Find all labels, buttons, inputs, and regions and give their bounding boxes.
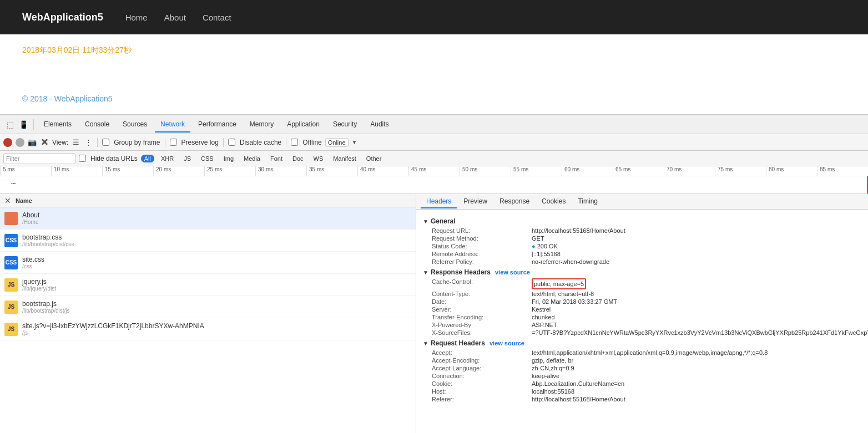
resp-key-5: X-Powered-By: (432, 322, 532, 328)
navbar-link-contact[interactable]: Contact (203, 13, 231, 22)
grid-view-icon[interactable]: ⋮ (84, 138, 93, 147)
page-footer: © 2018 - WebApplication5 (22, 94, 846, 103)
file-list-item-2[interactable]: CSS site.css /css (0, 252, 416, 274)
filter-bar: Hide data URLs All XHR JS CSS Img Media … (0, 151, 868, 166)
response-headers-section[interactable]: ▼ Response Headers view source (423, 268, 861, 276)
navbar-link-about[interactable]: About (164, 13, 186, 22)
camera-icon[interactable]: 📷 (28, 138, 37, 147)
stop-button[interactable] (16, 138, 24, 147)
file-name-4: bootstrap.js (22, 300, 70, 308)
resp-val-3: Kestrel (532, 306, 861, 313)
general-row-0: Request URL: http://localhost:55168/Home… (423, 227, 861, 234)
filter-doc[interactable]: Doc (289, 155, 307, 162)
file-path-2: /css (22, 263, 44, 269)
tl-25ms: 25 ms (204, 166, 255, 176)
list-view-icon[interactable]: ☰ (72, 138, 80, 147)
req-key-6: Referer: (432, 396, 532, 403)
close-panel-button[interactable]: ✕ (4, 196, 11, 205)
devtools-tab-bar: ⬚ 📱 Elements Console Sources Network Per… (0, 115, 868, 134)
devtools-panel: ⬚ 📱 Elements Console Sources Network Per… (0, 114, 868, 433)
file-list-item-1[interactable]: CSS bootstrap.css /lib/bootstrap/dist/cs… (0, 230, 416, 252)
req-row-6: Referer: http://localhost:55168/Home/Abo… (423, 396, 861, 403)
navbar-link-home[interactable]: Home (125, 13, 148, 22)
filter-icon[interactable]: 🗙 (40, 138, 49, 147)
request-headers-section[interactable]: ▼ Request Headers view source (423, 339, 861, 347)
tl-85ms: 85 ms (817, 166, 868, 176)
req-val-2: zh-CN,zh;q=0.9 (532, 365, 861, 371)
preserve-log-checkbox[interactable] (170, 139, 177, 146)
details-tab-headers[interactable]: Headers (421, 195, 457, 208)
file-icon-5: JS (4, 323, 18, 336)
filter-input[interactable] (3, 153, 75, 164)
tab-audits[interactable]: Audits (365, 117, 394, 133)
file-list-item-0[interactable]: About /Home (0, 207, 416, 230)
resp-key-2: Date: (432, 298, 532, 305)
tab-sources[interactable]: Sources (117, 117, 153, 133)
filter-xhr[interactable]: XHR (158, 155, 177, 162)
file-list-item-4[interactable]: JS bootstrap.js /lib/bootstrap/dist/js (0, 296, 416, 318)
general-section-header[interactable]: ▼ General (423, 217, 861, 225)
resp-val-6: =?UTF-8?B?YzpcdXN1cnNcYWRtaW5pc3RyYXRvc1… (532, 329, 868, 336)
record-button[interactable] (3, 138, 12, 147)
req-row-0: Accept: text/html,application/xhtml+xml,… (423, 349, 861, 356)
throttle-dropdown[interactable]: ▼ (352, 139, 357, 145)
file-info-0: About /Home (22, 211, 39, 225)
file-info-4: bootstrap.js /lib/bootstrap/dist/js (22, 300, 70, 314)
response-view-source[interactable]: view source (495, 269, 530, 276)
phone-icon[interactable]: 📱 (18, 119, 29, 130)
filter-font[interactable]: Font (267, 155, 286, 162)
resp-row-6: X-SourceFiles: =?UTF-8?B?YzpcdXN1cnNcYWR… (423, 329, 861, 336)
details-tab-preview[interactable]: Preview (458, 195, 493, 208)
tl-35ms: 35 ms (306, 166, 357, 176)
online-badge[interactable]: Online (325, 138, 349, 147)
filter-media[interactable]: Media (240, 155, 264, 162)
file-info-1: bootstrap.css /lib/bootstrap/dist/css (22, 233, 74, 247)
resp-key-1: Content-Type: (432, 291, 532, 297)
filter-js[interactable]: JS (180, 155, 194, 162)
page-content: 2018年03月02日 11时33分27秒 © 2018 - WebApplic… (0, 34, 868, 114)
disable-cache-checkbox[interactable] (228, 139, 235, 146)
filter-css[interactable]: CSS (198, 155, 217, 162)
footer-link[interactable]: © 2018 - WebApplication5 (22, 94, 113, 103)
request-view-source[interactable]: view source (489, 340, 524, 347)
filter-manifest[interactable]: Manifest (330, 155, 360, 162)
group-by-frame-label: Group by frame (114, 139, 160, 146)
tl-75ms: 75 ms (715, 166, 766, 176)
cursor-icon[interactable]: ⬚ (4, 119, 16, 130)
hide-data-urls-checkbox[interactable] (79, 155, 86, 162)
file-name-3: jquery.js (22, 278, 56, 286)
timeline-content: ••• (0, 176, 868, 193)
file-list-item-3[interactable]: JS jquery.js /lib/jquery/dist (0, 274, 416, 296)
filter-other[interactable]: Other (363, 155, 385, 162)
tab-elements[interactable]: Elements (38, 117, 77, 133)
req-val-4: Abp.Localization.CultureName=en (532, 380, 861, 387)
tab-application[interactable]: Application (281, 117, 325, 133)
file-list-panel: ✕ Name About /Home CSS bootstrap.css /li… (0, 194, 416, 433)
tab-memory[interactable]: Memory (244, 117, 279, 133)
filter-ws[interactable]: WS (310, 155, 327, 162)
tab-security[interactable]: Security (327, 117, 362, 133)
req-row-3: Connection: keep-alive (423, 373, 861, 379)
group-by-frame-checkbox[interactable] (102, 139, 109, 146)
tab-network[interactable]: Network (155, 117, 190, 133)
tl-10ms: 10 ms (51, 166, 102, 176)
general-key-1: Request Method: (432, 235, 532, 242)
filter-all[interactable]: All (141, 155, 154, 162)
filter-img[interactable]: Img (220, 155, 237, 162)
details-tab-cookies[interactable]: Cookies (536, 195, 571, 208)
tl-20ms: 20 ms (153, 166, 204, 176)
resp-row-2: Date: Fri, 02 Mar 2018 03:33:27 GMT (423, 298, 861, 305)
file-info-2: site.css /css (22, 256, 44, 269)
offline-checkbox[interactable] (291, 139, 298, 146)
req-row-4: Cookie: Abp.Localization.CultureName=en (423, 380, 861, 387)
details-tab-timing[interactable]: Timing (572, 195, 603, 208)
file-name-2: site.css (22, 256, 44, 263)
file-list-item-5[interactable]: JS site.js?v=ji3-lxbEzYWjzzLCGkF1KDjrT2j… (0, 318, 416, 340)
tl-15ms: 15 ms (102, 166, 153, 176)
tab-console[interactable]: Console (79, 117, 115, 133)
resp-row-0: Cache-Control: public, max-age=5 (423, 278, 861, 289)
navbar-brand: WebApplication5 (22, 12, 103, 23)
tab-performance[interactable]: Performance (193, 117, 242, 133)
general-key-3: Remote Address: (432, 251, 532, 257)
details-tab-response[interactable]: Response (494, 195, 535, 208)
